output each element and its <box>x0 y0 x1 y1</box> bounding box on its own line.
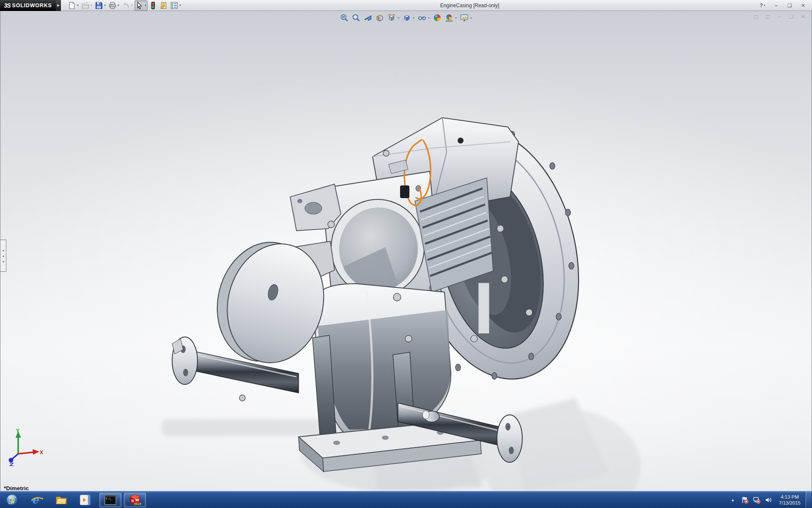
window-controls: ?▾–❏✕ <box>757 2 809 9</box>
scene-sphere-icon <box>445 14 453 22</box>
view-orientation-button[interactable]: ▾ <box>386 13 401 23</box>
file-properties-button[interactable] <box>159 0 169 11</box>
system-tray: ▲ 4:13 PM 7/13/2015 <box>728 491 812 508</box>
zoom-to-fit-button[interactable] <box>339 13 350 23</box>
select-button[interactable]: ▾ <box>134 0 148 11</box>
menu-flyout-arrow-icon[interactable]: ▶ <box>56 0 61 11</box>
solidworks-2015-button[interactable] <box>124 493 146 507</box>
clock-date: 7/13/2015 <box>779 500 801 506</box>
command-prompt-label: C:\_ <box>106 497 112 500</box>
open-document-button[interactable]: ▾ <box>80 0 93 11</box>
previous-view-icon <box>364 14 372 22</box>
standard-toolbar: ▾▾▾▾▾▾▾ <box>67 0 182 11</box>
rebuild-button[interactable] <box>148 0 158 11</box>
display-style-button[interactable]: ▾ <box>401 13 416 23</box>
minimize-window-button[interactable]: – <box>771 2 782 9</box>
windows-taskbar: C:\_ ▲ 4:13 PM 7/13/2015 <box>0 491 812 508</box>
pane-display-left-icon: ◫ <box>753 14 758 20</box>
zoom-fit-icon <box>340 14 348 22</box>
print-button[interactable]: ▾ <box>107 0 121 11</box>
new-doc-icon <box>68 2 76 9</box>
dropdown-arrow-icon[interactable]: ▾ <box>104 3 106 7</box>
dropdown-arrow-icon[interactable]: ▾ <box>131 3 133 7</box>
show-desktop-button[interactable] <box>806 491 811 508</box>
minimize-window-icon: – <box>775 3 778 8</box>
zoom-to-area-button[interactable] <box>351 13 362 23</box>
display-cube-icon <box>403 14 411 22</box>
internet-explorer-button[interactable] <box>25 492 49 508</box>
apply-scene-button[interactable]: ▾ <box>444 13 458 23</box>
dropdown-arrow-icon[interactable]: ▾ <box>470 16 472 20</box>
command-prompt-button[interactable]: C:\_ <box>99 493 121 507</box>
help-button[interactable]: ?▾ <box>757 2 768 9</box>
edit-appearance-button[interactable] <box>432 13 443 23</box>
tray-flag-icon <box>741 496 749 504</box>
dropdown-arrow-icon[interactable]: ▾ <box>91 3 92 7</box>
traffic-light-icon <box>149 2 157 9</box>
section-view-button[interactable] <box>374 13 385 23</box>
view-settings-button[interactable]: ▾ <box>459 13 473 23</box>
restore-window-button[interactable]: ❏ <box>784 2 795 9</box>
pane-display-right-button[interactable]: ◫ <box>763 13 772 21</box>
save-button[interactable]: ▾ <box>94 0 107 11</box>
network-status-button[interactable] <box>751 494 762 505</box>
action-center-button[interactable] <box>739 494 750 505</box>
sw-icon <box>129 494 141 506</box>
triad-x-label: X <box>40 450 43 456</box>
view-orientation-label: *Dimetric <box>4 485 29 491</box>
volume-button[interactable] <box>763 494 774 505</box>
dropdown-arrow-icon[interactable]: ▾ <box>428 16 430 20</box>
restore-document-icon: ❏ <box>789 14 794 20</box>
options-button[interactable]: ▾ <box>169 0 182 11</box>
view-cube-icon <box>387 14 396 22</box>
close-window-button[interactable]: ✕ <box>798 2 809 9</box>
clock-time: 4:13 PM <box>779 494 801 500</box>
dropdown-arrow-icon[interactable]: ▾ <box>118 3 119 7</box>
graphics-viewport[interactable]: ▾▾▾▾▾ ◫◫–❏✕ ◂ ◂ ◂ <box>0 11 812 491</box>
title-bar: 3S SOLIDWORKS ▶ ▾▾▾▾▾▾▾ EngineCasing [Re… <box>0 0 812 11</box>
dropdown-arrow-icon[interactable]: ▾ <box>398 16 399 20</box>
windows-orb-icon <box>6 494 19 506</box>
solidworks-logo-text: SOLIDWORKS <box>12 3 52 8</box>
dropdown-arrow-icon[interactable]: ▾ <box>77 3 79 7</box>
help-icon: ? <box>760 3 763 8</box>
minimize-document-button[interactable]: – <box>775 13 784 21</box>
monitor-icon <box>460 14 469 22</box>
minimize-document-icon: – <box>778 14 781 20</box>
show-hidden-icons-button[interactable]: ▲ <box>728 498 738 502</box>
solidworks-window: 3S SOLIDWORKS ▶ ▾▾▾▾▾▾▾ EngineCasing [Re… <box>0 0 812 508</box>
restore-document-button[interactable]: ❏ <box>787 13 796 21</box>
taskbar-clock[interactable]: 4:13 PM 7/13/2015 <box>776 494 804 506</box>
pane-arrow-icon: ◂ <box>3 254 4 257</box>
dropdown-arrow-icon[interactable]: ▾ <box>764 4 765 7</box>
open-folder-icon <box>82 2 89 9</box>
wmp-icon <box>80 494 92 506</box>
pane-arrow-icon: ◂ <box>3 260 4 263</box>
close-window-icon: ✕ <box>801 3 805 8</box>
restore-window-icon: ❏ <box>787 3 792 8</box>
undo-button[interactable]: ▾ <box>121 0 134 11</box>
options-list-icon <box>170 2 178 9</box>
glasses-icon <box>418 14 426 22</box>
pane-display-right-icon: ◫ <box>765 14 770 20</box>
previous-view-button[interactable] <box>362 13 373 23</box>
dropdown-arrow-icon[interactable]: ▾ <box>179 3 181 7</box>
folder-icon <box>55 494 68 506</box>
tray-network-icon <box>753 496 760 504</box>
ie-icon <box>30 494 43 506</box>
model-black-fitting <box>400 185 409 198</box>
dropdown-arrow-icon[interactable]: ▾ <box>413 16 414 20</box>
engine-casing-model[interactable] <box>136 102 652 491</box>
start-button[interactable] <box>0 492 25 508</box>
feature-manager-collapsed-tab[interactable]: ◂ ◂ ◂ <box>0 240 6 272</box>
close-document-icon: ✕ <box>801 14 805 20</box>
close-document-button[interactable]: ✕ <box>799 13 807 21</box>
hide-show-items-button[interactable]: ▾ <box>417 13 431 23</box>
dropdown-arrow-icon[interactable]: ▾ <box>455 16 457 20</box>
new-document-button[interactable]: ▾ <box>67 0 80 11</box>
pane-display-left-button[interactable]: ◫ <box>752 13 760 21</box>
properties-sheet-icon <box>160 2 167 9</box>
dropdown-arrow-icon[interactable]: ▾ <box>145 3 146 7</box>
media-player-button[interactable] <box>74 492 98 508</box>
windows-explorer-button[interactable] <box>49 492 74 508</box>
